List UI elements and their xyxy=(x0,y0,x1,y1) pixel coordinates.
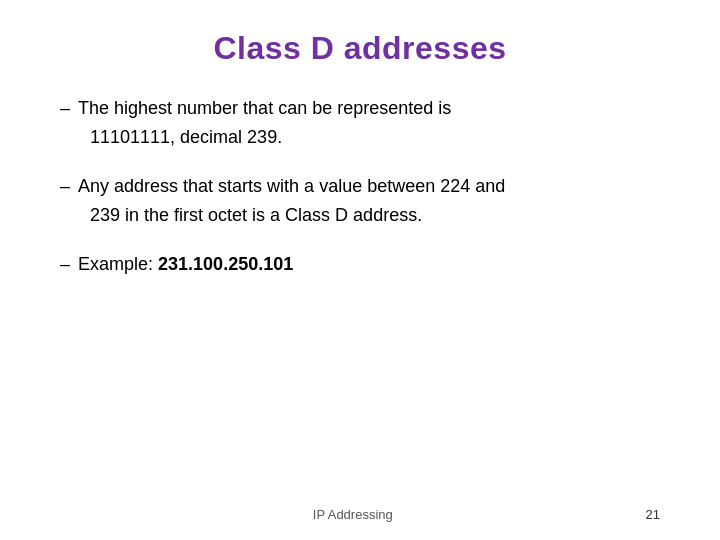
bullet-text-3: Example: 231.100.250.101 xyxy=(78,251,660,278)
bullet-text-2: Any address that starts with a value bet… xyxy=(78,173,660,200)
slide-footer: IP Addressing 21 xyxy=(60,497,660,522)
continuation-2: 239 in the first octet is a Class D addr… xyxy=(60,202,660,229)
example-value: 231.100.250.101 xyxy=(158,254,293,274)
example-label: Example: xyxy=(78,254,158,274)
bullet-line-1: – The highest number that can be represe… xyxy=(60,95,660,122)
continuation-1: 11101111, decimal 239. xyxy=(60,124,660,151)
footer-page: 21 xyxy=(646,507,660,522)
slide: Class D addresses – The highest number t… xyxy=(0,0,720,540)
bullet-group-2: – Any address that starts with a value b… xyxy=(60,173,660,229)
bullet-text-1: The highest number that can be represent… xyxy=(78,95,660,122)
bullet-group-1: – The highest number that can be represe… xyxy=(60,95,660,151)
slide-content: – The highest number that can be represe… xyxy=(60,95,660,510)
bullet-line-3: – Example: 231.100.250.101 xyxy=(60,251,660,278)
footer-label: IP Addressing xyxy=(60,507,646,522)
bullet-group-3: – Example: 231.100.250.101 xyxy=(60,251,660,280)
slide-title: Class D addresses xyxy=(60,30,660,67)
dash-2: – xyxy=(60,173,70,200)
dash-3: – xyxy=(60,251,70,278)
dash-1: – xyxy=(60,95,70,122)
bullet-line-2: – Any address that starts with a value b… xyxy=(60,173,660,200)
